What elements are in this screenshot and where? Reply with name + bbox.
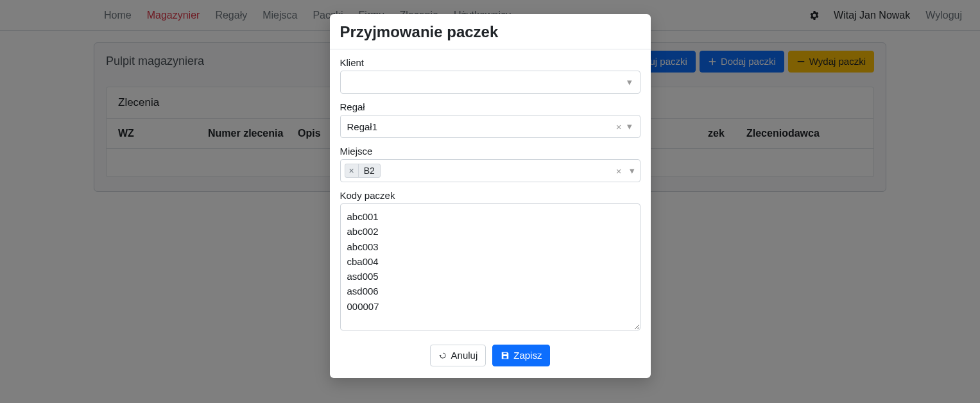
miejsce-select[interactable]: × B2 × ▾: [340, 159, 640, 182]
regal-value: Regał1: [347, 121, 378, 132]
modal-footer: Anuluj Zapisz: [330, 336, 651, 378]
modal-receive-packages: Przyjmowanie paczek Klient ▾ Regał Regał…: [330, 14, 651, 378]
modal-body: Klient ▾ Regał Regał1 × ▾ Miejsce × B2 ×…: [330, 49, 651, 336]
miejsce-tag: × B2: [345, 164, 381, 178]
tag-remove-icon[interactable]: ×: [345, 164, 359, 177]
label-kody: Kody paczek: [340, 190, 640, 201]
miejsce-tag-label: B2: [359, 164, 380, 177]
kody-textarea[interactable]: abc001 abc002 abc003 cba004 asd005 asd00…: [340, 203, 640, 330]
modal-overlay[interactable]: Przyjmowanie paczek Klient ▾ Regał Regał…: [0, 0, 980, 403]
label-regal: Regał: [340, 101, 640, 112]
save-icon: [501, 351, 510, 360]
klient-select[interactable]: ▾: [340, 71, 640, 94]
chevron-down-icon: ▾: [628, 165, 636, 176]
label-miejsce: Miejsce: [340, 146, 640, 157]
chevron-down-icon: ▾: [626, 121, 633, 132]
undo-icon: [438, 351, 447, 360]
label-klient: Klient: [340, 57, 640, 68]
chevron-down-icon: ▾: [626, 76, 633, 88]
cancel-label: Anuluj: [451, 349, 478, 362]
save-button[interactable]: Zapisz: [492, 345, 550, 366]
regal-select[interactable]: Regał1 × ▾: [340, 115, 640, 138]
cancel-button[interactable]: Anuluj: [430, 345, 486, 366]
miejsce-clear-icon[interactable]: ×: [612, 166, 626, 176]
save-label: Zapisz: [513, 349, 542, 362]
modal-title: Przyjmowanie paczek: [330, 14, 651, 49]
regal-clear-icon[interactable]: ×: [612, 121, 626, 132]
